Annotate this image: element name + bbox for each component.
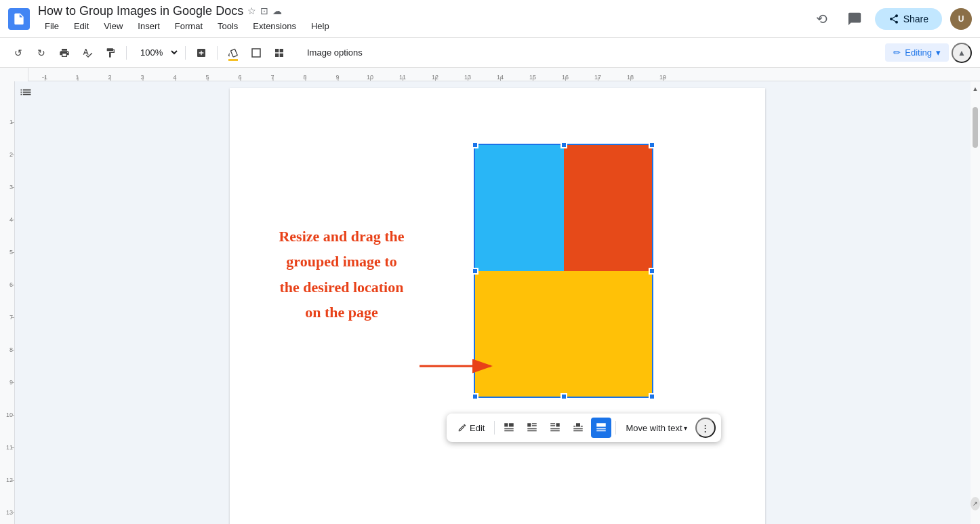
docs-logo [8,8,30,30]
user-avatar[interactable]: U [950,8,972,30]
wrap-left-button[interactable] [522,418,542,438]
toolbar-divider-1 [126,46,127,60]
svg-rect-15 [551,430,560,432]
menu-format[interactable]: Format [168,18,209,34]
editing-button[interactable]: ✏ Editing ▾ [885,43,949,62]
titlebar-right: ⟲ Share U [810,7,972,31]
undo-button[interactable]: ↺ [8,43,28,63]
scroll-corner[interactable]: ↗ [971,497,980,510]
handle-top-left[interactable] [472,142,478,148]
svg-rect-7 [532,423,537,424]
handle-middle-right[interactable] [649,268,655,275]
svg-rect-6 [528,423,531,426]
h-ruler-tick-1: 1 [75,74,79,81]
outline-icon[interactable] [19,85,33,102]
float-toolbar-divider-1 [494,421,495,435]
ruler-row: -112345678910111213141516171819 [0,68,980,81]
v-ruler-tick-12: 12 [0,477,15,483]
handle-bottom-middle[interactable] [560,393,567,400]
h-ruler-tick-17: 17 [594,74,601,81]
menu-view[interactable]: View [97,18,129,34]
svg-rect-19 [574,426,576,427]
svg-rect-11 [556,423,560,426]
h-ruler-tick-13: 13 [464,74,471,81]
menu-edit[interactable]: Edit [67,18,96,34]
spellcheck-button[interactable] [77,43,98,63]
menu-bar: File Edit View Insert Format Tools Exten… [38,18,804,34]
pencil-icon: ✏ [893,47,901,58]
svg-rect-2 [505,423,508,426]
redo-button[interactable]: ↻ [31,43,52,63]
svg-rect-22 [597,428,607,430]
zoom-select[interactable]: 100% 75% 125% 150% [132,44,180,61]
image-layout-button[interactable] [269,43,289,63]
share-button[interactable]: Share [875,8,942,30]
h-ruler-tick-11: 11 [399,74,406,81]
v-ruler-tick-4: 4 [0,216,15,223]
svg-rect-21 [597,423,607,426]
add-button[interactable] [191,43,211,63]
menu-tools[interactable]: Tools [211,18,245,34]
h-ruler-tick-4: 4 [173,74,176,81]
doc-title: How to Group Images in Google Docs [38,4,243,18]
wrap-inline-button[interactable] [499,418,519,438]
handle-bottom-left[interactable] [472,393,478,400]
vertical-ruler: 1234567891011121314 [0,81,15,524]
h-ruler-tick-14: 14 [497,74,504,81]
svg-rect-18 [574,430,584,432]
edit-label: Edit [470,423,485,433]
toolbar: ↺ ↻ 100% 75% 125% 150% Image options ✏ E… [0,38,980,68]
h-ruler-tick-5: 5 [205,74,209,81]
image-options-button[interactable]: Image options [298,43,372,62]
yellow-shape [475,271,652,397]
handle-top-middle[interactable] [560,142,567,148]
h-ruler-tick-19: 19 [659,74,666,81]
titlebar: How to Group Images in Google Docs ☆ ⊡ ☁… [0,0,980,38]
annotation-line1: Resize and drag the [264,224,420,249]
comment-button[interactable] [842,7,867,31]
annotation-line3: the desired location [264,275,420,300]
print-button[interactable] [54,43,75,63]
highlight-button[interactable] [223,43,243,63]
v-ruler-tick-8: 8 [0,346,15,353]
move-with-text-label: Move with text [626,423,682,433]
image-grid [475,145,652,397]
paint-format-button[interactable] [100,43,121,63]
scrollbar-thumb[interactable] [973,107,978,148]
menu-insert[interactable]: Insert [131,18,167,34]
svg-rect-12 [551,423,556,424]
h-ruler-tick-10: 10 [367,74,373,81]
star-icon[interactable]: ☆ [247,5,256,16]
v-ruler-tick-2: 2 [0,151,15,158]
h-ruler-tick-12: 12 [432,74,438,81]
more-options-button[interactable]: ⋮ [695,418,716,438]
handle-bottom-right[interactable] [649,393,655,400]
h-ruler-tick-6: 6 [238,74,241,81]
content-row: 1234567891011121314 Resize and drag the … [0,81,980,524]
menu-help[interactable]: Help [304,18,336,34]
v-ruler-tick-5: 5 [0,249,15,256]
page-scroll-area[interactable]: Resize and drag the grouped image to the… [15,81,980,524]
annotation-line2: grouped image to [264,249,420,274]
image-float-toolbar: Edit [447,414,721,442]
wrap-right-button[interactable] [545,418,565,438]
v-ruler-tick-3: 3 [0,184,15,190]
history-button[interactable]: ⟲ [810,7,834,31]
folder-icon[interactable]: ⊡ [260,5,268,16]
svg-rect-20 [581,426,583,427]
scroll-up-button[interactable]: ▲ [971,84,980,94]
menu-file[interactable]: File [38,18,66,34]
edit-button[interactable]: Edit [452,420,490,436]
wrap-full-button[interactable] [591,418,611,438]
scrollbar[interactable]: ▲ ↗ [971,81,980,524]
handle-top-right[interactable] [649,142,655,148]
wrap-center-button[interactable] [568,418,588,438]
collapse-toolbar-button[interactable]: ▲ [952,43,972,63]
cloud-icon[interactable]: ☁ [272,5,282,16]
v-ruler-tick-13: 13 [0,509,15,516]
handle-middle-left[interactable] [472,268,478,275]
move-with-text-button[interactable]: Move with text ▾ [620,420,692,436]
menu-extensions[interactable]: Extensions [246,18,303,34]
border-button[interactable] [246,43,266,63]
h-ruler-tick-15: 15 [529,74,536,81]
